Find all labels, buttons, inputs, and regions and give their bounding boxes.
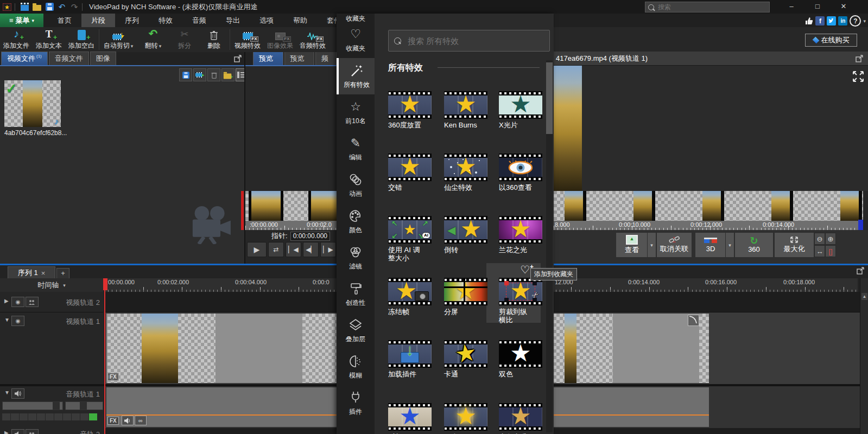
tab-sequence[interactable]: 序列 bbox=[115, 14, 149, 27]
sidebar-item-animation[interactable]: 动画 bbox=[337, 167, 375, 203]
undock-icon[interactable] bbox=[234, 54, 242, 62]
track-group-button[interactable] bbox=[26, 297, 39, 307]
volume-slider[interactable] bbox=[2, 401, 63, 410]
zoom-in-button[interactable]: ⊕ bbox=[825, 233, 836, 245]
play-button[interactable]: ▶ bbox=[247, 242, 267, 257]
menu-button[interactable]: ≡ 菜单 ▾ bbox=[0, 14, 43, 27]
close-tab-icon[interactable]: × bbox=[41, 269, 46, 277]
sidebar-item-plugins[interactable]: 插件 bbox=[337, 385, 375, 422]
add-text-button[interactable]: T+ 添加文本 bbox=[33, 27, 65, 52]
track-mute-button[interactable] bbox=[11, 429, 24, 434]
expand-icon[interactable]: ▼ bbox=[4, 390, 10, 395]
effect-ai-resize[interactable]: ★ ↖ ↗ ↙ ↘ AI 使用 AI 调整大小 bbox=[388, 216, 440, 262]
track-group-button[interactable] bbox=[26, 429, 39, 434]
effect-crop-aspect[interactable]: ★ ✂ 剪裁到纵横比 bbox=[499, 278, 551, 324]
tab-images[interactable]: 图像 bbox=[90, 52, 116, 65]
effect-interlace[interactable]: ★ 交错 bbox=[388, 154, 440, 192]
twitter-icon[interactable] bbox=[827, 16, 836, 25]
flip-button[interactable]: ↶ 翻转▾ bbox=[136, 27, 170, 52]
tab-audio[interactable]: 音频 bbox=[182, 14, 216, 27]
sidebar-item-all-effects[interactable]: 所有特效 bbox=[337, 58, 375, 94]
undo-icon[interactable]: ↶ bbox=[56, 2, 67, 12]
tab-options[interactable]: 选项 bbox=[250, 14, 283, 27]
view-button[interactable]: ▲ 查看 bbox=[616, 232, 648, 258]
bin-clip-thumbnail[interactable]: ✓ ♪ bbox=[4, 80, 61, 127]
clip-preview-ruler[interactable]: :00:00.000 0:00:02.0 bbox=[245, 221, 337, 230]
restore-button[interactable]: □ bbox=[810, 1, 825, 12]
effect-two-tone[interactable]: ★ 双色 bbox=[499, 340, 551, 378]
video-effects-button[interactable]: FX 视频特效 bbox=[231, 27, 264, 52]
effect-xray[interactable]: ★ X光片 bbox=[499, 91, 551, 129]
effects-search-box[interactable] bbox=[388, 30, 550, 52]
tab-effects[interactable]: 特效 bbox=[149, 14, 182, 27]
expand-icon[interactable]: ▼ bbox=[4, 317, 10, 323]
auto-cut-button[interactable]: 自动剪切▾ bbox=[100, 27, 136, 52]
add-folder-button[interactable]: + bbox=[221, 68, 235, 81]
sidebar-item-blur[interactable]: 模糊 bbox=[337, 349, 375, 385]
tab-clip[interactable]: 片段 bbox=[81, 14, 115, 27]
preview-ruler[interactable]: 8.000 0:00:10.000 0:00:12.000 0:00:14.00… bbox=[554, 221, 863, 230]
effects-scrollbar-thumb[interactable] bbox=[546, 62, 553, 134]
sidebar-item-favorites[interactable]: ♡ 收藏夹 bbox=[337, 22, 375, 58]
minimize-button[interactable]: – bbox=[784, 1, 799, 12]
effect-split-screen[interactable]: ★ 分屏 bbox=[444, 278, 496, 316]
buy-online-button[interactable]: 在线购买 bbox=[805, 34, 857, 47]
delete-button[interactable]: 删除 bbox=[199, 27, 229, 52]
effect-fairy-dust[interactable]: ★ 仙尘特效 bbox=[444, 154, 496, 192]
sidebar-item-overlay[interactable]: 叠加层 bbox=[337, 312, 375, 349]
clapper-icon[interactable] bbox=[19, 2, 30, 12]
sidebar-item-edit[interactable]: ✎ 编辑 bbox=[337, 131, 375, 167]
tab-video[interactable]: 视频 bbox=[315, 52, 337, 65]
tab-video-files[interactable]: 视频文件(1) bbox=[1, 52, 48, 65]
preview-filmstrip[interactable] bbox=[554, 191, 863, 221]
tab-clip-preview[interactable]: 片段预览 bbox=[253, 52, 283, 65]
collapse-icon[interactable]: ▶ bbox=[4, 298, 9, 304]
title-search-box[interactable] bbox=[645, 2, 770, 12]
tab-home[interactable]: 首页 bbox=[48, 14, 81, 27]
clip-volume-icon[interactable] bbox=[122, 416, 134, 425]
effect-cartoon[interactable]: ★ 卡通 bbox=[444, 340, 496, 378]
tab-sequence-1[interactable]: 序列 1 × bbox=[8, 266, 55, 279]
save-clip-button[interactable] bbox=[179, 68, 192, 81]
track-visibility-button[interactable]: ◉ bbox=[11, 297, 24, 307]
3d-dropdown[interactable]: ▾ bbox=[725, 232, 734, 258]
playhead-line[interactable] bbox=[104, 278, 105, 434]
close-button[interactable]: ✕ bbox=[836, 1, 851, 12]
like-icon[interactable] bbox=[804, 17, 813, 25]
loop-button[interactable]: ⇄ bbox=[268, 242, 284, 257]
tab-audio-files[interactable]: 音频文件 bbox=[49, 52, 89, 65]
add-blank-button[interactable]: + 添加空白 bbox=[65, 27, 98, 52]
fit-width-button[interactable]: ↔ bbox=[814, 245, 825, 257]
zoom-out-button[interactable]: ⊖ bbox=[814, 233, 825, 245]
track-visibility-button[interactable]: ◉ bbox=[11, 316, 24, 326]
effect-glow[interactable]: ★ 发光 bbox=[444, 403, 496, 434]
loop-region-button[interactable]: [] bbox=[825, 245, 836, 257]
unlink-button[interactable]: 取消关联 bbox=[656, 232, 692, 258]
undock-icon[interactable] bbox=[857, 266, 865, 275]
track-mute-button[interactable] bbox=[11, 388, 24, 399]
undock-icon[interactable] bbox=[856, 54, 864, 62]
maximize-preview-button[interactable]: 最大化 bbox=[774, 232, 814, 258]
effect-freeze-frame[interactable]: ★ 冻结帧 bbox=[388, 278, 440, 316]
effect-invert[interactable]: ★ 反相 bbox=[388, 403, 440, 434]
clip-preview-playhead[interactable] bbox=[241, 191, 244, 230]
step-back-button[interactable]: ◀▏ bbox=[303, 242, 319, 257]
chevron-down-icon[interactable]: ▾ bbox=[863, 18, 866, 24]
view-dropdown[interactable]: ▾ bbox=[647, 232, 656, 258]
pan-slider[interactable] bbox=[65, 401, 103, 410]
effect-reverse[interactable]: ◀ ★ 倒转 bbox=[444, 216, 496, 254]
sidebar-item-top10[interactable]: ☆ 前10名 bbox=[337, 94, 375, 131]
export-clip-button[interactable]: ▶ bbox=[193, 68, 206, 81]
3d-button[interactable]: 3D bbox=[695, 232, 726, 258]
go-start-button[interactable]: ▏◀ bbox=[286, 242, 301, 257]
tab-export[interactable]: 导出 bbox=[216, 14, 250, 27]
clip-preview-filmstrip[interactable] bbox=[245, 191, 337, 221]
fade-curve-icon[interactable] bbox=[688, 315, 699, 326]
effect-ken-burns[interactable]: ★ Ken Burns bbox=[444, 91, 496, 129]
timeline-scrollbar[interactable]: ▲ bbox=[860, 278, 868, 434]
360-button[interactable]: ↻ 360 bbox=[734, 232, 774, 258]
tab-sequence-preview[interactable]: 序列预览 bbox=[284, 52, 315, 65]
effect-360-placement[interactable]: ★ 360度放置 bbox=[388, 91, 440, 129]
clip-fx-badge[interactable]: FX bbox=[107, 417, 119, 425]
effect-view-360[interactable]: 以360查看 bbox=[499, 154, 551, 192]
